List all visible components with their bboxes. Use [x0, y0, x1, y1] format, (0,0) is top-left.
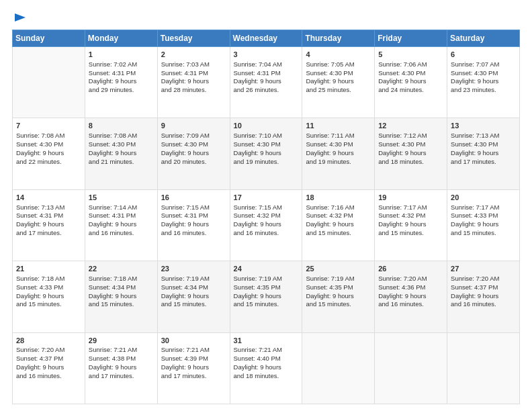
day-info-line: and 24 minutes. — [378, 86, 443, 95]
logo-flag-icon — [13, 12, 27, 26]
day-number: 18 — [306, 193, 371, 203]
day-info-line: and 22 minutes. — [16, 158, 81, 167]
day-info-line: and 29 minutes. — [89, 86, 154, 95]
calendar-cell — [447, 332, 520, 404]
day-info-line: Sunrise: 7:08 AM — [16, 132, 81, 140]
day-number: 28 — [16, 336, 81, 346]
day-info-line: and 17 minutes. — [89, 372, 154, 381]
day-number: 11 — [306, 121, 371, 131]
day-number: 23 — [161, 264, 226, 274]
calendar-cell: 11Sunrise: 7:11 AMSunset: 4:30 PMDayligh… — [302, 118, 375, 189]
calendar-cell: 6Sunrise: 7:07 AMSunset: 4:30 PMDaylight… — [447, 47, 520, 118]
day-number: 8 — [89, 121, 154, 131]
day-info-line: Daylight: 9 hours — [451, 77, 516, 86]
day-info-line: Sunset: 4:34 PM — [89, 283, 154, 292]
calendar-cell: 24Sunrise: 7:19 AMSunset: 4:35 PMDayligh… — [230, 261, 302, 332]
week-row-4: 21Sunrise: 7:18 AMSunset: 4:33 PMDayligh… — [13, 261, 520, 332]
calendar-cell: 5Sunrise: 7:06 AMSunset: 4:30 PMDaylight… — [375, 47, 447, 118]
calendar-cell: 7Sunrise: 7:08 AMSunset: 4:30 PMDaylight… — [13, 118, 85, 189]
day-info-line: Sunrise: 7:13 AM — [451, 132, 516, 140]
day-info-line: and 15 minutes. — [306, 229, 371, 238]
day-info-line: Sunset: 4:30 PM — [161, 140, 226, 149]
calendar-cell: 9Sunrise: 7:09 AMSunset: 4:30 PMDaylight… — [157, 118, 230, 189]
day-info-line: Daylight: 9 hours — [16, 220, 81, 229]
day-info-line: Sunrise: 7:20 AM — [451, 275, 516, 283]
calendar-cell: 19Sunrise: 7:17 AMSunset: 4:32 PMDayligh… — [375, 189, 447, 261]
day-info-line: Sunrise: 7:10 AM — [234, 132, 299, 140]
day-info-line: Sunrise: 7:06 AM — [378, 60, 443, 69]
day-info-line: Sunrise: 7:21 AM — [161, 346, 226, 355]
day-info-line: Sunrise: 7:05 AM — [306, 60, 371, 69]
page: SundayMondayTuesdayWednesdayThursdayFrid… — [0, 0, 532, 411]
day-info-line: Sunrise: 7:02 AM — [89, 60, 154, 69]
day-info-line: Daylight: 9 hours — [451, 220, 516, 229]
day-info-line: Sunrise: 7:15 AM — [234, 203, 299, 212]
day-number: 6 — [451, 50, 516, 60]
header — [12, 12, 520, 23]
calendar-cell: 16Sunrise: 7:15 AMSunset: 4:31 PMDayligh… — [157, 189, 230, 261]
day-info-line: Sunset: 4:33 PM — [451, 212, 516, 220]
day-header-tuesday: Tuesday — [157, 30, 230, 47]
day-info-line: Daylight: 9 hours — [89, 220, 154, 229]
day-info-line: Sunrise: 7:08 AM — [89, 132, 154, 140]
calendar-cell: 25Sunrise: 7:19 AMSunset: 4:35 PMDayligh… — [302, 261, 375, 332]
day-info-line: Sunset: 4:32 PM — [234, 212, 299, 220]
day-number: 14 — [16, 193, 81, 203]
day-info-line: and 19 minutes. — [306, 158, 371, 167]
day-info-line: Sunrise: 7:19 AM — [306, 275, 371, 283]
day-info-line: Sunrise: 7:03 AM — [161, 60, 226, 69]
logo — [12, 12, 27, 23]
day-info-line: Sunset: 4:30 PM — [451, 69, 516, 78]
day-info-line: Sunrise: 7:16 AM — [306, 203, 371, 212]
day-info-line: Daylight: 9 hours — [234, 77, 299, 86]
day-number: 29 — [89, 336, 154, 346]
day-info-line: and 25 minutes. — [306, 86, 371, 95]
day-info-line: Daylight: 9 hours — [234, 363, 299, 372]
day-info-line: Daylight: 9 hours — [378, 77, 443, 86]
day-info-line: Daylight: 9 hours — [16, 292, 81, 301]
day-info-line: Sunrise: 7:14 AM — [89, 203, 154, 212]
day-info-line: and 16 minutes. — [378, 300, 443, 309]
calendar-table: SundayMondayTuesdayWednesdayThursdayFrid… — [12, 30, 520, 404]
day-info-line: Daylight: 9 hours — [306, 77, 371, 86]
day-info-line: and 28 minutes. — [161, 86, 226, 95]
day-info-line: Sunrise: 7:19 AM — [161, 275, 226, 283]
day-info-line: Sunset: 4:30 PM — [234, 140, 299, 149]
day-info-line: and 16 minutes. — [89, 229, 154, 238]
day-number: 15 — [89, 193, 154, 203]
day-info-line: Daylight: 9 hours — [306, 149, 371, 158]
calendar-cell: 2Sunrise: 7:03 AMSunset: 4:31 PMDaylight… — [157, 47, 230, 118]
day-info-line: and 21 minutes. — [89, 158, 154, 167]
day-info-line: Sunrise: 7:09 AM — [161, 132, 226, 140]
day-number: 31 — [234, 336, 299, 346]
day-info-line: and 16 minutes. — [161, 229, 226, 238]
day-info-line: and 15 minutes. — [306, 300, 371, 309]
day-header-friday: Friday — [375, 30, 447, 47]
day-info-line: Sunset: 4:32 PM — [306, 212, 371, 220]
day-number: 25 — [306, 264, 371, 274]
day-header-sunday: Sunday — [13, 30, 85, 47]
day-info-line: Sunrise: 7:18 AM — [16, 275, 81, 283]
day-info-line: and 17 minutes. — [451, 158, 516, 167]
day-info-line: Sunset: 4:31 PM — [234, 69, 299, 78]
day-info-line: Daylight: 9 hours — [378, 149, 443, 158]
day-info-line: Daylight: 9 hours — [161, 149, 226, 158]
day-info-line: Sunset: 4:30 PM — [306, 69, 371, 78]
day-info-line: Sunrise: 7:04 AM — [234, 60, 299, 69]
day-info-line: Daylight: 9 hours — [451, 292, 516, 301]
day-info-line: and 15 minutes. — [161, 300, 226, 309]
day-info-line: and 17 minutes. — [161, 372, 226, 381]
day-number: 13 — [451, 121, 516, 131]
calendar-cell — [13, 47, 85, 118]
day-info-line: Daylight: 9 hours — [89, 77, 154, 86]
calendar-cell: 14Sunrise: 7:13 AMSunset: 4:31 PMDayligh… — [13, 189, 85, 261]
calendar-cell: 1Sunrise: 7:02 AMSunset: 4:31 PMDaylight… — [85, 47, 157, 118]
day-info-line: Sunrise: 7:12 AM — [378, 132, 443, 140]
day-number: 2 — [161, 50, 226, 60]
day-number: 21 — [16, 264, 81, 274]
day-info-line: Sunset: 4:32 PM — [378, 212, 443, 220]
day-info-line: Sunset: 4:33 PM — [16, 283, 81, 292]
day-info-line: and 18 minutes. — [378, 158, 443, 167]
day-info-line: Sunrise: 7:17 AM — [451, 203, 516, 212]
calendar-header: SundayMondayTuesdayWednesdayThursdayFrid… — [13, 30, 520, 47]
